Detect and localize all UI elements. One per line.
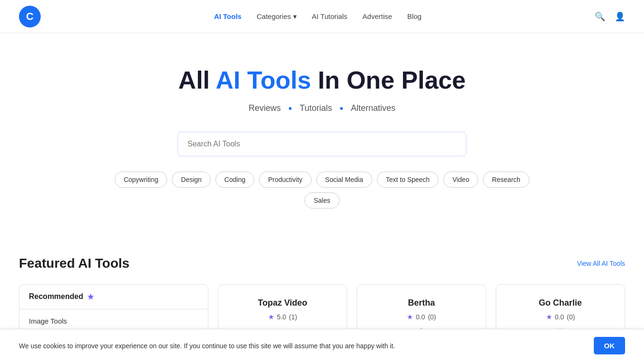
recommended-label: Recommended (29, 292, 83, 301)
subtitle-tutorials: Tutorials (300, 103, 332, 113)
subtitle-reviews: Reviews (249, 103, 281, 113)
bertha-review-count: (0) (428, 313, 436, 321)
nav-advertise[interactable]: Advertise (363, 12, 393, 20)
star-filled-icon: ★ (268, 313, 274, 321)
star-filled-icon-gocharlie: ★ (546, 313, 552, 321)
featured-title: Featured AI Tools (19, 256, 129, 271)
user-icon: 👤 (615, 12, 625, 21)
nav-links: AI Tools Categories ▾ AI Tutorials Adver… (214, 12, 421, 21)
tag-coding[interactable]: Coding (215, 172, 254, 188)
tag-sales[interactable]: Sales (304, 192, 339, 208)
navbar: C AI Tools Categories ▾ AI Tutorials Adv… (0, 0, 644, 33)
hero-subtitle: Reviews • Tutorials • Alternatives (9, 102, 635, 115)
search-icon: 🔍 (595, 12, 605, 21)
topaz-review-count: (1) (289, 313, 297, 321)
logo-icon: C (19, 6, 41, 27)
subtitle-alternatives: Alternatives (351, 103, 395, 113)
search-input[interactable] (178, 132, 466, 156)
tag-design[interactable]: Design (172, 172, 211, 188)
nav-blog[interactable]: Blog (407, 12, 421, 20)
nav-categories[interactable]: Categories ▾ (257, 12, 297, 21)
user-button[interactable]: 👤 (615, 11, 625, 22)
chevron-down-icon: ▾ (293, 12, 297, 21)
view-all-link[interactable]: View All AI Tools (577, 260, 625, 267)
tag-video[interactable]: Video (443, 172, 478, 188)
search-wrap (178, 132, 466, 156)
gocharlie-review-count: (0) (567, 313, 575, 321)
topaz-rating-value: 5.0 (277, 313, 286, 321)
star-filled-icon-bertha: ★ (407, 313, 413, 321)
tag-text-to-speech[interactable]: Text to Speech (377, 172, 439, 188)
recommended-bar: Recommended ★ (19, 285, 208, 309)
tag-social-media[interactable]: Social Media (316, 172, 372, 188)
tool-name-bertha: Bertha (408, 298, 435, 308)
category-tags: Copywriting Design Coding Productivity S… (109, 172, 535, 208)
cookie-banner: We use cookies to improve your experienc… (0, 329, 644, 362)
search-button[interactable]: 🔍 (595, 11, 605, 22)
bertha-rating-value: 0.0 (416, 313, 425, 321)
tool-name-gocharlie: Go Charlie (539, 298, 582, 308)
dot-1: • (288, 102, 292, 115)
nav-icons: 🔍 👤 (595, 11, 625, 22)
hero-section: All AI Tools In One Place Reviews • Tuto… (0, 33, 644, 256)
tool-name-topaz: Topaz Video (258, 298, 307, 308)
star-icon: ★ (87, 292, 94, 301)
hero-title: All AI Tools In One Place (9, 66, 635, 95)
cookie-ok-button[interactable]: OK (594, 337, 626, 354)
logo[interactable]: C (19, 6, 41, 27)
featured-header: Featured AI Tools View All AI Tools (19, 256, 625, 271)
dot-2: • (340, 102, 343, 115)
tag-productivity[interactable]: Productivity (259, 172, 311, 188)
cookie-message: We use cookies to improve your experienc… (19, 342, 395, 350)
tool-rating-bertha: ★ 0.0 (0) (407, 313, 436, 321)
tag-copywriting[interactable]: Copywriting (115, 172, 167, 188)
tag-research[interactable]: Research (483, 172, 529, 188)
nav-ai-tools[interactable]: AI Tools (214, 12, 242, 20)
nav-tutorials[interactable]: AI Tutorials (312, 12, 348, 20)
tool-rating-topaz: ★ 5.0 (1) (268, 313, 297, 321)
tool-rating-gocharlie: ★ 0.0 (0) (546, 313, 575, 321)
gocharlie-rating-value: 0.0 (555, 313, 564, 321)
